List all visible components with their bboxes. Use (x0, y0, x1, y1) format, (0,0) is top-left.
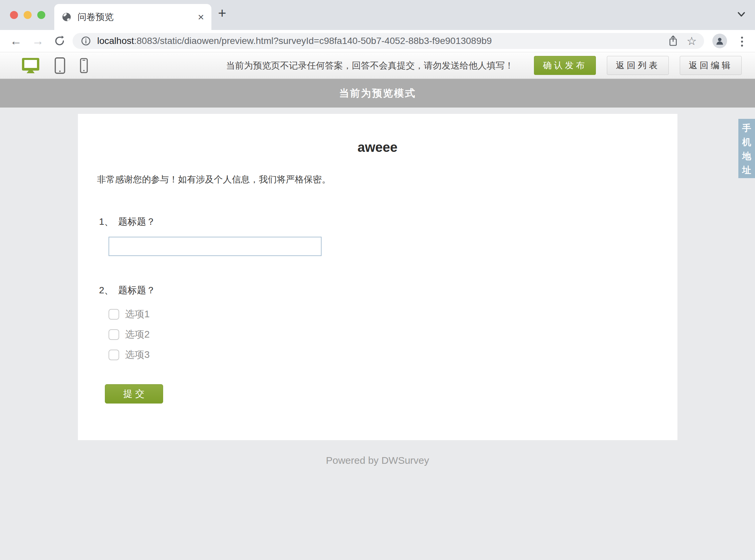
desktop-view-icon[interactable] (21, 57, 40, 74)
option-3-label: 选项3 (125, 348, 150, 362)
checkbox-option-3[interactable] (108, 349, 119, 360)
browser-tab-strip: 问卷预览 × + (0, 0, 755, 30)
option-row[interactable]: 选项3 (108, 347, 677, 362)
question-2-options: 选项1 选项2 选项3 (108, 307, 677, 362)
submit-button[interactable]: 提 交 (105, 384, 163, 403)
powered-by-footer: Powered by DWSurvey (0, 455, 755, 466)
tab-close-icon[interactable]: × (198, 12, 204, 22)
option-row[interactable]: 选项1 (108, 307, 677, 322)
bookmark-star-icon[interactable]: ☆ (687, 35, 697, 47)
question-2-number: 2、 (99, 285, 114, 295)
browser-menu-icon[interactable] (741, 37, 743, 47)
survey-card: aweee 非常感谢您的参与！如有涉及个人信息，我们将严格保密。 1、题标题？ … (78, 114, 677, 440)
survey-intro: 非常感谢您的参与！如有涉及个人信息，我们将严格保密。 (97, 174, 677, 185)
window-zoom-button[interactable] (37, 11, 45, 19)
back-to-edit-button[interactable]: 返回编辑 (680, 56, 742, 75)
checkbox-option-2[interactable] (108, 329, 119, 340)
option-row[interactable]: 选项2 (108, 327, 677, 342)
question-1-text-input[interactable] (108, 237, 322, 256)
window-close-button[interactable] (10, 11, 18, 19)
preview-mode-banner: 当前为预览模式 (0, 79, 755, 107)
question-1-text: 题标题？ (118, 216, 156, 227)
globe-favicon-icon (62, 12, 72, 22)
address-bar[interactable]: localhost:8083/static/diaowen/preview.ht… (73, 33, 704, 49)
browser-tab[interactable]: 问卷预览 × (54, 4, 211, 30)
url-host: localhost (97, 36, 134, 46)
profile-avatar[interactable] (712, 34, 727, 48)
preview-warning-text: 当前为预览页不记录任何答案，回答不会真提交，请勿发送给他人填写！ (226, 60, 514, 72)
mobile-view-icon[interactable] (80, 58, 88, 73)
mobile-address-tab[interactable]: 手机地址 (738, 119, 755, 178)
back-icon[interactable]: ← (10, 35, 22, 47)
preview-toolbar: 当前为预览页不记录任何答案，回答不会真提交，请勿发送给他人填写！ 确认发布 返回… (0, 52, 755, 79)
question-1-number: 1、 (99, 216, 114, 227)
browser-navbar: ← → localhost:8083/static/diaowen/previe… (0, 30, 755, 52)
preview-mode-text: 当前为预览模式 (339, 86, 416, 100)
device-switcher (21, 57, 88, 74)
forward-icon: → (32, 35, 44, 47)
survey-title: aweee (78, 114, 677, 155)
url-path: :8083/static/diaowen/preview.html?survey… (134, 36, 492, 46)
share-icon[interactable] (668, 35, 678, 47)
checkbox-option-1[interactable] (108, 309, 119, 320)
tablet-view-icon[interactable] (55, 57, 65, 74)
reload-icon[interactable] (54, 35, 65, 47)
confirm-publish-button[interactable]: 确认发布 (534, 56, 596, 75)
survey-page: aweee 非常感谢您的参与！如有涉及个人信息，我们将严格保密。 1、题标题？ … (0, 114, 755, 560)
window-minimize-button[interactable] (24, 11, 32, 19)
option-1-label: 选项1 (125, 308, 150, 321)
site-info-icon[interactable] (81, 36, 91, 46)
question-2-text: 题标题？ (118, 285, 156, 295)
question-2-title: 2、题标题？ (99, 284, 677, 297)
question-1-title: 1、题标题？ (99, 215, 677, 228)
tab-title: 问卷预览 (78, 11, 114, 23)
url-text: localhost:8083/static/diaowen/preview.ht… (97, 36, 492, 46)
tab-search-chevron-down-icon[interactable] (736, 11, 746, 18)
back-to-list-button[interactable]: 返回列表 (607, 56, 669, 75)
option-2-label: 选项2 (125, 328, 150, 341)
window-controls (10, 11, 45, 19)
new-tab-button[interactable]: + (218, 5, 226, 21)
